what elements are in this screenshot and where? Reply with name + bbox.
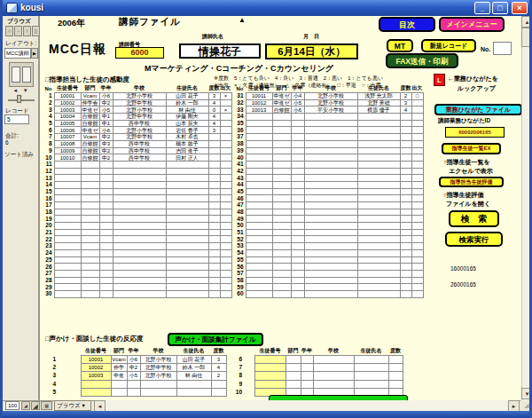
record-slider-handle[interactable] bbox=[17, 95, 21, 103]
table-cell[interactable] bbox=[304, 161, 357, 168]
table-cell[interactable] bbox=[291, 181, 304, 188]
table-cell[interactable]: 10013 bbox=[246, 106, 272, 114]
table-cell[interactable] bbox=[220, 264, 231, 271]
instructor-number-field[interactable]: 6000 bbox=[115, 47, 164, 59]
table-cell[interactable]: 中進 bbox=[111, 372, 127, 380]
vertical-scroll-thumb[interactable] bbox=[521, 28, 532, 47]
student-list-excel-button[interactable]: 指導生徒一覧EX bbox=[442, 143, 501, 154]
table-cell[interactable] bbox=[272, 216, 291, 223]
table-cell[interactable] bbox=[166, 175, 208, 182]
table-cell[interactable] bbox=[313, 372, 354, 380]
table-cell[interactable]: 林 由佳 bbox=[166, 106, 208, 114]
toc-button[interactable]: 目次 bbox=[379, 17, 435, 32]
table-cell[interactable] bbox=[220, 154, 231, 162]
table-cell[interactable] bbox=[400, 243, 411, 250]
table-cell[interactable] bbox=[246, 127, 272, 134]
table-cell[interactable] bbox=[272, 127, 291, 134]
table-cell[interactable]: 中進ゼ bbox=[272, 99, 291, 106]
table-cell[interactable] bbox=[54, 236, 81, 243]
table-cell[interactable] bbox=[246, 284, 272, 291]
table-cell[interactable] bbox=[166, 168, 208, 175]
table-cell[interactable]: × bbox=[220, 106, 231, 114]
table-cell[interactable] bbox=[81, 175, 99, 182]
table-cell[interactable] bbox=[246, 243, 272, 250]
table-cell[interactable] bbox=[304, 229, 357, 236]
table-cell[interactable] bbox=[246, 229, 272, 236]
table-cell[interactable] bbox=[99, 161, 113, 168]
table-cell[interactable] bbox=[411, 188, 423, 195]
layout-arrow-icon[interactable]: ▶ bbox=[31, 48, 38, 59]
table-cell[interactable] bbox=[54, 161, 81, 168]
table-cell[interactable] bbox=[81, 209, 99, 216]
table-cell[interactable] bbox=[272, 270, 291, 277]
table-cell[interactable] bbox=[411, 243, 423, 250]
table-cell[interactable] bbox=[411, 264, 423, 271]
table-cell[interactable] bbox=[246, 290, 272, 297]
table-cell[interactable]: 北野中学校 bbox=[113, 134, 166, 141]
table-cell[interactable]: 横原 優子 bbox=[357, 106, 400, 114]
table-cell[interactable] bbox=[113, 175, 166, 182]
table-cell[interactable] bbox=[166, 202, 208, 209]
table-cell[interactable] bbox=[81, 202, 99, 209]
table-cell[interactable] bbox=[304, 114, 357, 121]
table-cell[interactable] bbox=[220, 290, 231, 297]
table-cell[interactable] bbox=[113, 195, 166, 202]
table-cell[interactable]: 山本 辰夫 bbox=[166, 120, 208, 127]
table-cell[interactable] bbox=[220, 168, 231, 175]
table-cell[interactable] bbox=[304, 256, 357, 264]
table-cell[interactable] bbox=[81, 181, 99, 188]
table-cell[interactable] bbox=[400, 120, 411, 127]
table-cell[interactable] bbox=[291, 120, 304, 127]
table-cell[interactable] bbox=[208, 264, 220, 271]
table-cell[interactable] bbox=[411, 106, 423, 114]
table-cell[interactable] bbox=[357, 202, 400, 209]
table-cell[interactable] bbox=[220, 256, 231, 264]
table-cell[interactable]: 北野 美穂 bbox=[357, 99, 400, 106]
table-cell[interactable] bbox=[54, 270, 81, 277]
table-cell[interactable] bbox=[208, 175, 220, 182]
table-cell[interactable] bbox=[220, 114, 231, 121]
zoom-out-icon[interactable]: ◢ bbox=[21, 401, 30, 410]
table-cell[interactable] bbox=[246, 195, 272, 202]
table-cell[interactable] bbox=[291, 154, 304, 162]
table-cell[interactable] bbox=[246, 134, 272, 141]
table-cell[interactable] bbox=[357, 181, 400, 188]
table-cell[interactable] bbox=[357, 209, 400, 216]
table-cell[interactable]: 4 bbox=[208, 114, 220, 121]
table-cell[interactable]: 3 bbox=[211, 356, 226, 364]
table-cell[interactable] bbox=[411, 168, 423, 175]
table-cell[interactable] bbox=[166, 270, 208, 277]
table-cell[interactable] bbox=[357, 216, 400, 223]
table-cell[interactable] bbox=[54, 243, 81, 250]
table-cell[interactable] bbox=[400, 249, 411, 256]
table-cell[interactable] bbox=[208, 229, 220, 236]
table-cell[interactable] bbox=[411, 175, 423, 182]
tool-button-3[interactable]: ↑ bbox=[23, 26, 31, 36]
table-cell[interactable] bbox=[246, 256, 272, 264]
table-cell[interactable] bbox=[99, 181, 113, 188]
layout-select[interactable]: MCC講師 bbox=[4, 48, 31, 59]
table-cell[interactable]: Vcam bbox=[81, 134, 99, 141]
table-cell[interactable]: 4 bbox=[208, 120, 220, 127]
table-cell[interactable] bbox=[99, 209, 113, 216]
table-cell[interactable] bbox=[304, 277, 357, 284]
table-cell[interactable] bbox=[113, 216, 166, 223]
table-cell[interactable] bbox=[54, 216, 81, 223]
table-cell[interactable] bbox=[357, 277, 400, 284]
table-cell[interactable] bbox=[357, 154, 400, 162]
table-cell[interactable] bbox=[54, 195, 81, 202]
table-cell[interactable] bbox=[357, 223, 400, 230]
table-cell[interactable]: Vcam bbox=[111, 356, 127, 364]
table-cell[interactable]: 小5 bbox=[291, 99, 304, 106]
table-cell[interactable] bbox=[357, 175, 400, 182]
table-cell[interactable] bbox=[291, 209, 304, 216]
table-cell[interactable] bbox=[220, 175, 231, 182]
table-cell[interactable] bbox=[411, 99, 423, 106]
table-cell[interactable]: 10012 bbox=[246, 99, 272, 106]
table-cell[interactable] bbox=[176, 380, 211, 388]
table-cell[interactable] bbox=[220, 195, 231, 202]
table-cell[interactable] bbox=[291, 270, 304, 277]
table-cell[interactable]: 橋本 敦子 bbox=[166, 140, 208, 147]
table-cell[interactable] bbox=[246, 216, 272, 223]
table-cell[interactable]: 鈴木 一郎 bbox=[176, 364, 211, 372]
